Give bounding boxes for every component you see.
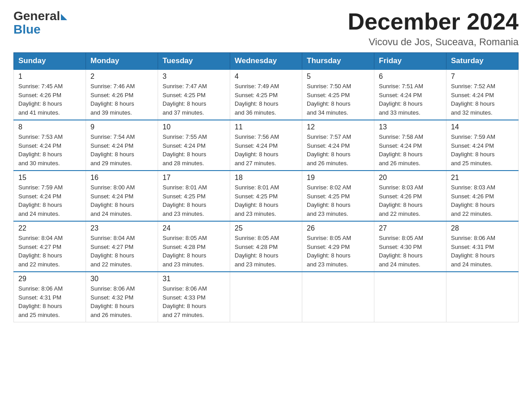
day-number: 9 (90, 123, 153, 131)
day-number: 1 (18, 73, 81, 81)
day-number: 24 (163, 224, 225, 232)
calendar-cell: 27 Sunrise: 8:05 AM Sunset: 4:30 PM Dayl… (374, 221, 446, 272)
calendar-cell: 15 Sunrise: 7:59 AM Sunset: 4:24 PM Dayl… (14, 171, 86, 221)
day-info: Sunrise: 8:06 AM Sunset: 4:33 PM Dayligh… (163, 284, 225, 319)
day-info: Sunrise: 7:59 AM Sunset: 4:24 PM Dayligh… (18, 183, 81, 218)
week-row-4: 29 Sunrise: 8:06 AM Sunset: 4:31 PM Dayl… (14, 272, 519, 322)
week-row-1: 8 Sunrise: 7:53 AM Sunset: 4:24 PM Dayli… (14, 120, 519, 171)
calendar-cell: 5 Sunrise: 7:50 AM Sunset: 4:25 PM Dayli… (302, 69, 374, 120)
day-number: 5 (307, 73, 369, 81)
calendar-cell: 18 Sunrise: 8:01 AM Sunset: 4:25 PM Dayl… (230, 171, 302, 221)
calendar-table: Sunday Monday Tuesday Wednesday Thursday… (13, 52, 519, 322)
day-number: 23 (90, 224, 153, 232)
day-number: 19 (307, 174, 369, 182)
day-info: Sunrise: 7:49 AM Sunset: 4:25 PM Dayligh… (235, 82, 297, 117)
calendar-cell: 2 Sunrise: 7:46 AM Sunset: 4:26 PM Dayli… (86, 69, 158, 120)
day-info: Sunrise: 8:05 AM Sunset: 4:28 PM Dayligh… (163, 234, 225, 269)
day-number: 31 (163, 275, 225, 283)
day-info: Sunrise: 7:50 AM Sunset: 4:25 PM Dayligh… (307, 82, 369, 117)
calendar-cell: 24 Sunrise: 8:05 AM Sunset: 4:28 PM Dayl… (158, 221, 230, 272)
day-number: 15 (18, 174, 81, 182)
day-number: 2 (90, 73, 153, 81)
calendar-cell: 12 Sunrise: 7:57 AM Sunset: 4:24 PM Dayl… (302, 120, 374, 171)
col-sunday: Sunday (14, 53, 86, 70)
week-row-0: 1 Sunrise: 7:45 AM Sunset: 4:26 PM Dayli… (14, 69, 519, 120)
day-number: 27 (379, 224, 442, 232)
col-thursday: Thursday (302, 53, 374, 70)
calendar-cell (374, 272, 446, 322)
day-info: Sunrise: 7:59 AM Sunset: 4:24 PM Dayligh… (451, 133, 514, 167)
day-info: Sunrise: 8:03 AM Sunset: 4:26 PM Dayligh… (379, 183, 442, 218)
calendar-cell: 21 Sunrise: 8:03 AM Sunset: 4:26 PM Dayl… (446, 171, 519, 221)
day-info: Sunrise: 8:05 AM Sunset: 4:28 PM Dayligh… (235, 234, 297, 269)
calendar-cell: 13 Sunrise: 7:58 AM Sunset: 4:24 PM Dayl… (374, 120, 446, 171)
day-info: Sunrise: 8:05 AM Sunset: 4:29 PM Dayligh… (307, 234, 369, 269)
calendar-cell: 19 Sunrise: 8:02 AM Sunset: 4:25 PM Dayl… (302, 171, 374, 221)
calendar-cell: 16 Sunrise: 8:00 AM Sunset: 4:24 PM Dayl… (86, 171, 158, 221)
day-number: 7 (451, 73, 514, 81)
calendar-cell: 3 Sunrise: 7:47 AM Sunset: 4:25 PM Dayli… (158, 69, 230, 120)
day-number: 6 (379, 73, 442, 81)
calendar-cell: 7 Sunrise: 7:52 AM Sunset: 4:24 PM Dayli… (446, 69, 519, 120)
day-info: Sunrise: 8:06 AM Sunset: 4:32 PM Dayligh… (90, 284, 153, 319)
calendar-cell: 11 Sunrise: 7:56 AM Sunset: 4:24 PM Dayl… (230, 120, 302, 171)
day-number: 20 (379, 174, 442, 182)
calendar-cell (302, 272, 374, 322)
calendar-cell: 31 Sunrise: 8:06 AM Sunset: 4:33 PM Dayl… (158, 272, 230, 322)
day-number: 18 (235, 174, 297, 182)
day-info: Sunrise: 8:00 AM Sunset: 4:24 PM Dayligh… (90, 183, 153, 218)
calendar-cell: 8 Sunrise: 7:53 AM Sunset: 4:24 PM Dayli… (14, 120, 86, 171)
day-number: 17 (163, 174, 225, 182)
logo-blue-text: Blue (13, 23, 41, 36)
col-tuesday: Tuesday (158, 53, 230, 70)
col-saturday: Saturday (446, 53, 519, 70)
calendar-cell (446, 272, 519, 322)
day-number: 12 (307, 123, 369, 131)
day-number: 26 (307, 224, 369, 232)
calendar-cell: 23 Sunrise: 8:04 AM Sunset: 4:27 PM Dayl… (86, 221, 158, 272)
day-number: 11 (235, 123, 297, 131)
calendar-cell: 10 Sunrise: 7:55 AM Sunset: 4:24 PM Dayl… (158, 120, 230, 171)
day-info: Sunrise: 7:53 AM Sunset: 4:24 PM Dayligh… (18, 133, 81, 167)
day-number: 8 (18, 123, 81, 131)
logo-general-text: General (13, 9, 60, 23)
day-info: Sunrise: 7:54 AM Sunset: 4:24 PM Dayligh… (90, 133, 153, 167)
calendar-cell: 28 Sunrise: 8:06 AM Sunset: 4:31 PM Dayl… (446, 221, 519, 272)
calendar-title: December 2024 (348, 9, 519, 34)
calendar-cell: 14 Sunrise: 7:59 AM Sunset: 4:24 PM Dayl… (446, 120, 519, 171)
day-info: Sunrise: 7:52 AM Sunset: 4:24 PM Dayligh… (451, 82, 514, 117)
day-info: Sunrise: 7:55 AM Sunset: 4:24 PM Dayligh… (163, 133, 225, 167)
calendar-cell: 1 Sunrise: 7:45 AM Sunset: 4:26 PM Dayli… (14, 69, 86, 120)
calendar-cell: 17 Sunrise: 8:01 AM Sunset: 4:25 PM Dayl… (158, 171, 230, 221)
day-info: Sunrise: 7:58 AM Sunset: 4:24 PM Dayligh… (379, 133, 442, 167)
week-row-2: 15 Sunrise: 7:59 AM Sunset: 4:24 PM Dayl… (14, 171, 519, 221)
day-number: 10 (163, 123, 225, 131)
day-info: Sunrise: 8:01 AM Sunset: 4:25 PM Dayligh… (235, 183, 297, 218)
day-number: 25 (235, 224, 297, 232)
header-row: Sunday Monday Tuesday Wednesday Thursday… (14, 53, 519, 70)
week-row-3: 22 Sunrise: 8:04 AM Sunset: 4:27 PM Dayl… (14, 221, 519, 272)
day-info: Sunrise: 7:45 AM Sunset: 4:26 PM Dayligh… (18, 82, 81, 117)
calendar-cell: 25 Sunrise: 8:05 AM Sunset: 4:28 PM Dayl… (230, 221, 302, 272)
day-info: Sunrise: 8:03 AM Sunset: 4:26 PM Dayligh… (451, 183, 514, 218)
day-info: Sunrise: 8:06 AM Sunset: 4:31 PM Dayligh… (451, 234, 514, 269)
day-info: Sunrise: 7:47 AM Sunset: 4:25 PM Dayligh… (163, 82, 225, 117)
title-area: December 2024 Vicovu de Jos, Suceava, Ro… (348, 9, 519, 48)
day-info: Sunrise: 7:56 AM Sunset: 4:24 PM Dayligh… (235, 133, 297, 167)
calendar-subtitle: Vicovu de Jos, Suceava, Romania (348, 36, 519, 48)
day-info: Sunrise: 8:05 AM Sunset: 4:30 PM Dayligh… (379, 234, 442, 269)
calendar-cell (230, 272, 302, 322)
col-wednesday: Wednesday (230, 53, 302, 70)
day-number: 30 (90, 275, 153, 283)
day-info: Sunrise: 7:57 AM Sunset: 4:24 PM Dayligh… (307, 133, 369, 167)
day-info: Sunrise: 8:04 AM Sunset: 4:27 PM Dayligh… (18, 234, 81, 269)
day-info: Sunrise: 7:46 AM Sunset: 4:26 PM Dayligh… (90, 82, 153, 117)
logo-line1: General (13, 9, 67, 23)
day-number: 22 (18, 224, 81, 232)
header: General Blue December 2024 Vicovu de Jos… (13, 9, 519, 48)
logo-arrow-icon (61, 14, 67, 20)
calendar-cell: 9 Sunrise: 7:54 AM Sunset: 4:24 PM Dayli… (86, 120, 158, 171)
day-info: Sunrise: 8:01 AM Sunset: 4:25 PM Dayligh… (163, 183, 225, 218)
day-info: Sunrise: 7:51 AM Sunset: 4:24 PM Dayligh… (379, 82, 442, 117)
calendar-cell: 26 Sunrise: 8:05 AM Sunset: 4:29 PM Dayl… (302, 221, 374, 272)
